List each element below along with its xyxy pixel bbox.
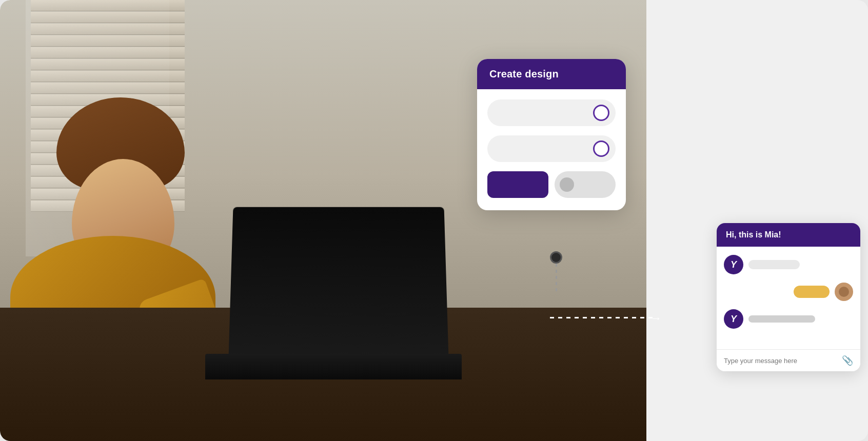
chat-message-input[interactable]: [724, 357, 838, 365]
laptop-base: [205, 354, 462, 379]
bot-avatar-letter-1: Y: [731, 259, 737, 270]
toggle-track-2[interactable]: [487, 135, 616, 162]
laptop-screen: [228, 207, 448, 360]
bot-message-bubble-2: [748, 315, 815, 323]
toggle-circle-2: [593, 141, 609, 157]
toggle-circle-1: [593, 105, 609, 121]
bottom-row: [487, 171, 616, 198]
bot-avatar-2: Y: [724, 309, 743, 329]
toggle-row-2[interactable]: [487, 135, 616, 162]
connector-dot: [550, 251, 562, 264]
arrow-right-icon: →: [650, 313, 662, 324]
connector-vertical: [550, 251, 562, 294]
chat-message-row-2: Y: [724, 309, 853, 329]
action-button-block[interactable]: [487, 171, 548, 198]
chat-body: Y Y: [717, 247, 860, 349]
user-avatar: [835, 283, 853, 301]
bot-avatar-letter-2: Y: [731, 314, 737, 325]
toggle-track-small[interactable]: [555, 171, 616, 198]
card-header: Create design: [477, 59, 626, 89]
card-title: Create design: [489, 68, 559, 79]
user-message-bubble: [794, 286, 830, 298]
toggle-track-1[interactable]: [487, 99, 616, 126]
card-body: [477, 89, 626, 210]
create-design-card: Create design: [477, 59, 626, 210]
connector-line-horizontal: [550, 317, 653, 318]
bot-avatar-1: Y: [724, 255, 743, 274]
chat-input-row: 📎: [717, 349, 860, 371]
user-avatar-shape: [839, 287, 849, 297]
bot-message-bubble-1: [748, 260, 800, 269]
chat-message-row-user: [724, 283, 853, 301]
connector-line-vertical: [556, 264, 557, 294]
chat-header: Hi, this is Mia!: [717, 223, 860, 247]
chat-message-row-1: Y: [724, 255, 853, 274]
chat-header-title: Hi, this is Mia!: [726, 230, 781, 239]
toggle-row-1[interactable]: [487, 99, 616, 126]
right-panel: [646, 0, 868, 441]
chat-panel: Hi, this is Mia! Y Y 📎: [717, 223, 860, 371]
attach-icon[interactable]: 📎: [842, 355, 853, 366]
toggle-circle-small: [560, 177, 574, 192]
